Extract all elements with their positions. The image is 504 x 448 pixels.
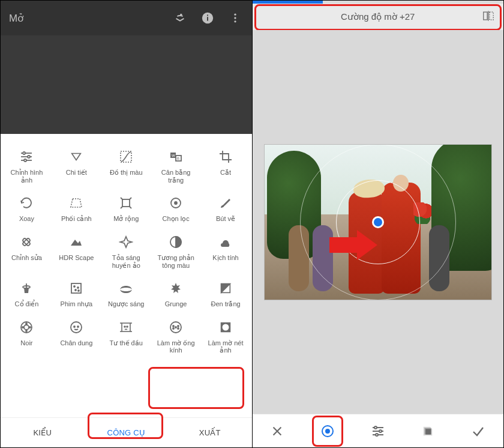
tool-brush[interactable]: Bút vẽ (201, 190, 251, 229)
svg-point-75 (374, 426, 377, 429)
svg-marker-39 (221, 284, 230, 293)
tool-label: Ngược sáng (108, 300, 144, 308)
portrait-icon (68, 319, 85, 336)
tool-bw[interactable]: Đen trắng (201, 275, 251, 314)
tool-grunge[interactable]: Grunge (151, 275, 201, 314)
tool-retrolux[interactable]: Ngược sáng (101, 275, 151, 314)
svg-point-60 (178, 328, 179, 329)
svg-rect-78 (426, 429, 431, 434)
tool-vignette[interactable]: Làm mờ nét ảnh (201, 314, 251, 360)
svg-point-44 (26, 330, 27, 331)
tool-expand[interactable]: Mở rộng (101, 190, 151, 229)
tool-portrait[interactable]: Chân dung (52, 314, 101, 360)
tool-curve[interactable]: Đồ thị màu (101, 144, 151, 190)
highlight-lensblur-tools (148, 367, 244, 409)
svg-point-6 (234, 20, 236, 22)
slider-readout[interactable]: Cường độ mờ +27 (253, 4, 504, 30)
tool-glamour[interactable]: Tỏa sáng huyền ảo (101, 229, 151, 275)
tool-crop[interactable]: Cắt (201, 144, 251, 190)
tool-label: Chỉnh sửa (11, 254, 42, 262)
crop-icon (217, 148, 234, 165)
tool-triangle-down[interactable]: Chi tiết (52, 144, 101, 190)
tool-label: Chỉnh hình ảnh (5, 169, 48, 184)
tool-hdr[interactable]: HDR Scape (52, 229, 101, 275)
triangle-down-icon (68, 148, 85, 165)
tool-vintage[interactable]: Cổ điển (2, 275, 52, 314)
tool-heal[interactable]: Chỉnh sửa (2, 229, 52, 275)
svg-marker-19 (71, 199, 82, 207)
svg-point-45 (22, 327, 23, 328)
svg-point-48 (77, 326, 79, 327)
wb-icon: WB (167, 148, 184, 165)
apply-button[interactable] (453, 414, 503, 447)
svg-rect-2 (207, 17, 208, 20)
close-button[interactable] (253, 414, 303, 447)
svg-point-34 (74, 286, 75, 287)
lensblur-icon (167, 319, 184, 336)
svg-point-12 (24, 159, 26, 162)
svg-rect-64 (484, 12, 487, 20)
open-label[interactable]: Mở (9, 12, 161, 25)
tool-label: Chân dung (60, 339, 92, 347)
tool-label: Mở rộng (113, 215, 139, 223)
svg-line-21 (121, 198, 123, 200)
tool-wb[interactable]: WB Cân bằng trắng (151, 144, 201, 190)
tool-tune[interactable]: Chỉnh hình ảnh (2, 144, 52, 190)
svg-line-23 (121, 206, 123, 208)
tool-perspective[interactable]: Phối cảnh (52, 190, 101, 229)
more-icon[interactable] (227, 10, 244, 26)
layers-icon[interactable] (172, 10, 188, 26)
svg-point-47 (74, 326, 75, 327)
expand-icon (118, 195, 134, 211)
svg-point-37 (78, 290, 79, 291)
svg-point-50 (124, 326, 125, 327)
tool-label: Cắt (220, 169, 231, 177)
compare-icon[interactable] (482, 10, 495, 25)
slider-label: Cường độ mờ +27 (341, 11, 415, 22)
svg-marker-30 (120, 237, 132, 247)
blur-shape-button[interactable] (302, 414, 353, 447)
tool-lensblur[interactable]: Làm mờ ống kính (151, 314, 201, 360)
contrast-icon (167, 234, 184, 250)
svg-point-4 (234, 14, 236, 16)
perspective-icon (68, 195, 85, 211)
svg-point-77 (376, 434, 378, 436)
tool-target[interactable]: Chọn lọc (151, 190, 201, 229)
tune-icon (18, 148, 35, 165)
tool-contrast[interactable]: Tương phản tông màu (151, 229, 201, 275)
curve-icon (118, 148, 134, 165)
svg-point-71 (326, 429, 329, 433)
tool-label: Làm mờ ống kính (154, 339, 197, 354)
tool-headpose[interactable]: Tư thế đầu (101, 314, 151, 360)
image-canvas[interactable] (253, 30, 504, 414)
tool-rotate[interactable]: Xoay (2, 190, 52, 229)
tool-drama[interactable]: Kịch tính (201, 229, 251, 275)
svg-point-63 (223, 324, 229, 330)
red-arrow-annotation (329, 230, 377, 262)
tab-export[interactable]: XUẤT (168, 418, 252, 447)
tool-label: Đen trắng (211, 300, 240, 308)
styles-button[interactable] (403, 414, 454, 447)
bw-icon (217, 280, 234, 297)
svg-text:W: W (172, 154, 175, 157)
svg-point-58 (178, 325, 179, 327)
blur-center-handle[interactable] (372, 216, 384, 228)
svg-point-59 (173, 328, 174, 329)
tool-grainy[interactable]: Phim nhựa (52, 275, 101, 314)
retrolux-icon (118, 280, 134, 297)
tool-label: Cân bằng trắng (154, 169, 197, 184)
tab-styles[interactable]: KIỂU (1, 418, 85, 447)
svg-point-26 (175, 202, 177, 204)
adjust-button[interactable] (353, 414, 403, 447)
tool-label: Noir (20, 339, 32, 347)
svg-point-41 (24, 325, 29, 330)
left-header: Mở (1, 1, 252, 35)
tool-label: Xoay (19, 215, 34, 223)
noir-icon (18, 319, 35, 336)
tool-label: Tỏa sáng huyền ảo (104, 254, 148, 269)
tab-tools[interactable]: CÔNG CỤ (85, 418, 169, 447)
photo-preview[interactable] (264, 144, 492, 300)
info-icon[interactable] (199, 10, 216, 26)
tool-noir[interactable]: Noir (2, 314, 52, 360)
svg-point-42 (26, 323, 27, 324)
